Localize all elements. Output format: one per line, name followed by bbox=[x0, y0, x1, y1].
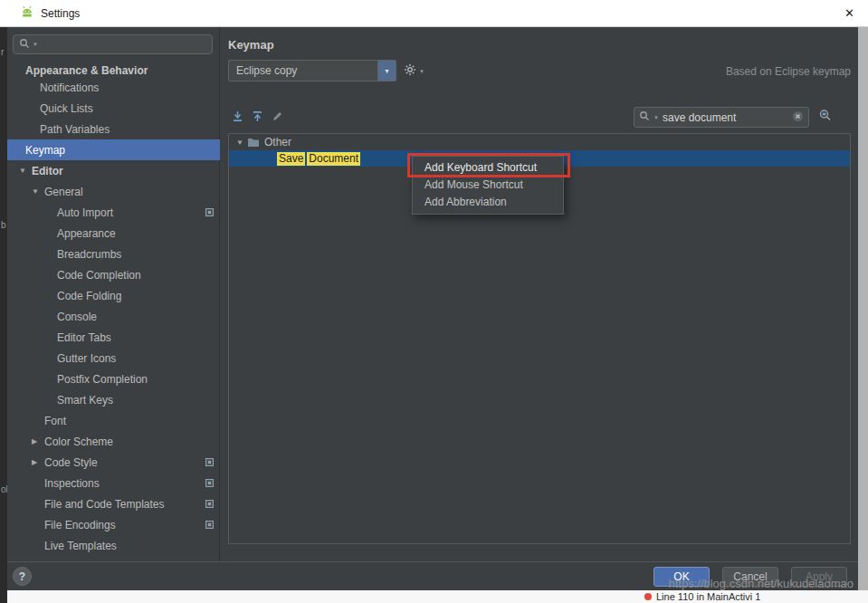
gear-icon bbox=[404, 63, 416, 79]
underlying-window-bottom-strip: Line 110 in MainActivi 1 bbox=[7, 590, 868, 603]
sidebar-item-label: Notifications bbox=[40, 81, 99, 94]
android-studio-icon bbox=[20, 5, 34, 22]
close-icon[interactable]: ✕ bbox=[844, 6, 854, 20]
chevron-collapsed-icon[interactable]: ▶ bbox=[32, 458, 44, 466]
expand-all-icon[interactable] bbox=[232, 110, 243, 122]
sidebar-item-label: Live Templates bbox=[44, 540, 117, 552]
highlighted-match-word: Save bbox=[277, 152, 305, 166]
chevron-expanded-icon[interactable]: ▼ bbox=[32, 187, 44, 196]
tree-group-row-other[interactable]: ▼ Other bbox=[229, 134, 850, 150]
sidebar-item-label: Appearance & Behavior bbox=[25, 64, 148, 77]
sidebar-item-postfix-completion[interactable]: Postfix Completion bbox=[7, 368, 220, 389]
sidebar-item-label: Smart Keys bbox=[57, 394, 113, 407]
sidebar-item-label: Font bbox=[44, 415, 66, 427]
annotation-red-box bbox=[407, 153, 570, 177]
chevron-expanded-icon[interactable]: ▼ bbox=[236, 139, 247, 147]
sidebar-item-label: File and Code Templates bbox=[44, 498, 165, 511]
help-button[interactable]: ? bbox=[13, 567, 32, 586]
search-icon bbox=[639, 110, 650, 124]
settings-dialog: ▼ Appearance & BehaviorNotificationsQuic… bbox=[7, 27, 858, 590]
settings-search-input[interactable] bbox=[41, 38, 206, 51]
scope-badge-icon bbox=[205, 479, 214, 487]
sidebar-item-label: General bbox=[44, 186, 83, 198]
keymap-toolbar bbox=[232, 109, 283, 123]
action-name-highlighted: SaveDocument bbox=[229, 152, 360, 166]
sidebar-item-path-variables[interactable]: Path Variables bbox=[7, 119, 220, 139]
sidebar-item-breadcrumbs[interactable]: Breadcrumbs bbox=[7, 244, 220, 264]
red-dot-icon bbox=[644, 593, 652, 600]
status-text: Line 110 in MainActivi 1 bbox=[656, 591, 760, 602]
search-options-caret-icon[interactable]: ▼ bbox=[33, 42, 38, 47]
window-title: Settings bbox=[41, 7, 80, 20]
find-actions-by-shortcut-icon[interactable] bbox=[818, 109, 833, 122]
underlying-window-right-edge bbox=[858, 27, 868, 590]
sidebar-item-appearance[interactable]: Appearance bbox=[7, 223, 220, 244]
sidebar-item-file-encodings[interactable]: File Encodings bbox=[7, 514, 220, 535]
sidebar-item-keymap[interactable]: Keymap bbox=[7, 139, 220, 160]
context-menu-item-add-abbreviation[interactable]: Add Abbreviation bbox=[413, 194, 563, 211]
highlighted-match-word: Document bbox=[307, 152, 360, 166]
settings-search-box[interactable]: ▼ bbox=[13, 34, 213, 54]
sidebar-item-label: Editor Tabs bbox=[57, 331, 111, 344]
based-on-label: Based on Eclipse keymap bbox=[726, 65, 851, 78]
sidebar-item-file-and-code-templates[interactable]: File and Code Templates bbox=[7, 493, 220, 514]
background-status-line: Line 110 in MainActivi 1 bbox=[644, 591, 760, 602]
sidebar-item-live-templates[interactable]: Live Templates bbox=[7, 535, 220, 556]
sidebar-item-label: Breadcrumbs bbox=[57, 248, 121, 261]
sidebar-item-label: File Encodings bbox=[44, 519, 116, 531]
tree-group-label: Other bbox=[264, 136, 291, 148]
sidebar-item-code-completion[interactable]: Code Completion bbox=[7, 264, 220, 285]
clear-search-icon[interactable] bbox=[792, 110, 804, 125]
sidebar-item-label: Code Completion bbox=[57, 269, 141, 282]
sidebar-item-label: Appearance bbox=[57, 227, 116, 240]
sidebar-item-label: Inspections bbox=[44, 477, 100, 490]
keymap-scheme-combobox[interactable]: Eclipse copy bbox=[228, 60, 396, 81]
clipped-background-text: b bbox=[1, 220, 6, 230]
sidebar-item-general[interactable]: ▼General bbox=[7, 181, 220, 202]
sidebar-item-console[interactable]: Console bbox=[7, 306, 220, 327]
sidebar-item-smart-keys[interactable]: Smart Keys bbox=[7, 389, 220, 410]
sidebar-item-inspections[interactable]: Inspections bbox=[7, 473, 220, 493]
shortcut-search-box[interactable]: ▼ bbox=[634, 107, 809, 128]
sidebar-item-notifications[interactable]: Notifications bbox=[7, 77, 220, 98]
watermark-text: https://blog.csdn.net/kukudelaomao bbox=[668, 577, 854, 590]
sidebar-item-color-scheme[interactable]: ▶Color Scheme bbox=[7, 431, 220, 452]
sidebar-item-quick-lists[interactable]: Quick Lists bbox=[7, 98, 220, 119]
sidebar-item-editor-tabs[interactable]: Editor Tabs bbox=[7, 327, 220, 348]
keymap-panel: Keymap Eclipse copy ▼ Based on Eclips bbox=[221, 27, 858, 561]
sidebar-item-label: Auto Import bbox=[57, 206, 113, 219]
chevron-collapsed-icon[interactable]: ▶ bbox=[32, 437, 44, 445]
edit-shortcut-pencil-icon[interactable] bbox=[272, 110, 283, 122]
chevron-expanded-icon[interactable]: ▼ bbox=[19, 167, 32, 175]
sidebar-item-gutter-icons[interactable]: Gutter Icons bbox=[7, 348, 220, 368]
sidebar-item-label: Keymap bbox=[25, 144, 65, 157]
scope-badge-icon bbox=[205, 500, 214, 508]
clipped-background-text: r bbox=[1, 47, 4, 57]
shortcut-search-input[interactable] bbox=[663, 111, 788, 124]
search-options-caret-icon[interactable]: ▼ bbox=[653, 115, 659, 120]
sidebar-item-code-style[interactable]: ▶Code Style bbox=[7, 452, 220, 473]
sidebar-item-editor[interactable]: ▼Editor bbox=[7, 160, 220, 181]
sidebar-item-label: Quick Lists bbox=[40, 102, 93, 115]
combobox-arrow-icon[interactable] bbox=[377, 61, 396, 81]
sidebar-item-label: Color Scheme bbox=[44, 436, 113, 448]
keymap-scheme-value: Eclipse copy bbox=[229, 61, 377, 81]
sidebar-item-label: Console bbox=[57, 311, 97, 323]
chevron-down-icon: ▼ bbox=[419, 69, 424, 74]
sidebar-item-font[interactable]: Font bbox=[7, 410, 220, 431]
scope-badge-icon bbox=[205, 458, 214, 466]
search-icon bbox=[19, 38, 30, 52]
settings-sidebar: ▼ Appearance & BehaviorNotificationsQuic… bbox=[7, 27, 220, 561]
underlying-window-left-edge: rbol bbox=[0, 27, 7, 603]
sidebar-item-code-folding[interactable]: Code Folding bbox=[7, 285, 220, 306]
context-menu-item-add-mouse-shortcut[interactable]: Add Mouse Shortcut bbox=[413, 177, 563, 194]
keymap-scheme-actions-button[interactable]: ▼ bbox=[404, 63, 424, 79]
sidebar-item-label: Code Folding bbox=[57, 290, 121, 302]
sidebar-item-label: Code Style bbox=[44, 456, 98, 469]
folder-icon bbox=[247, 137, 260, 148]
sidebar-item-auto-import[interactable]: Auto Import bbox=[7, 202, 220, 223]
sidebar-item-appearance-behavior[interactable]: Appearance & Behavior bbox=[7, 63, 220, 77]
settings-nav-tree: Appearance & BehaviorNotificationsQuick … bbox=[7, 63, 220, 556]
sidebar-item-label: Path Variables bbox=[40, 123, 110, 136]
collapse-all-icon[interactable] bbox=[252, 110, 263, 122]
